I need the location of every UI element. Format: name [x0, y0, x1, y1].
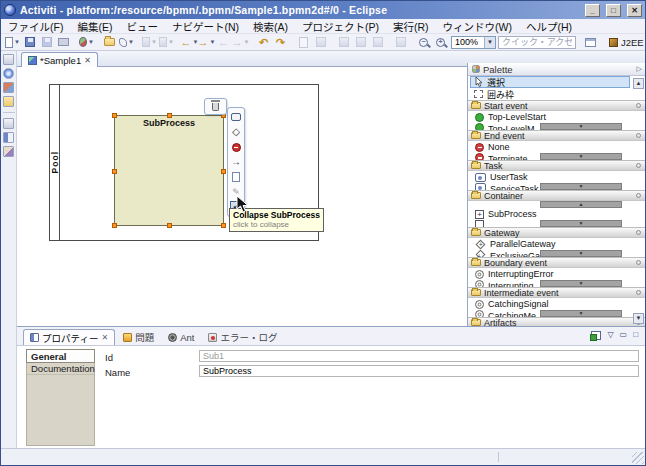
resize-handle[interactable]	[221, 223, 226, 228]
copy-icon[interactable]	[296, 35, 311, 50]
palette-scroll-up-icon[interactable]: ▲	[633, 78, 644, 89]
paste-icon[interactable]	[313, 35, 328, 50]
palette-tool-marquee[interactable]: 囲み枠	[470, 88, 630, 100]
print-icon[interactable]	[56, 35, 71, 50]
palette-item-interruptingerror[interactable]: InterruptingError	[468, 268, 646, 280]
palette-item-toplevelstart[interactable]: Top-LevelStart	[468, 111, 646, 123]
drawer-scroll-down-icon[interactable]: ▼	[540, 280, 622, 287]
menu-file[interactable]: ファイル(F)	[1, 19, 70, 33]
zoom-dropdown-icon[interactable]: ▼	[484, 37, 495, 48]
diagram-canvas[interactable]: Pool SubProcess ◇ → ✎ ↙	[17, 67, 467, 326]
palette-item-partial[interactable]: ▼	[468, 220, 646, 227]
align-vertical-icon[interactable]	[353, 35, 368, 50]
minimize-button[interactable]: _	[585, 4, 600, 17]
drawer-pin-icon[interactable]	[636, 290, 641, 295]
drawer-scroll-down-icon[interactable]: ▼	[540, 183, 622, 190]
drawer-pin-icon[interactable]	[636, 103, 641, 108]
create-annotation-icon[interactable]	[230, 171, 243, 183]
previous-annotation-icon[interactable]: ←	[216, 35, 231, 50]
palette-item-partial[interactable]: Interrupting ▼	[468, 280, 646, 287]
resize-handle[interactable]	[221, 169, 226, 174]
zoom-out-icon[interactable]: −	[416, 35, 431, 50]
menu-window[interactable]: ウィンドウ(W)	[436, 19, 519, 33]
view-minimize-icon[interactable]: ▭	[620, 330, 628, 340]
project-folder-view-icon[interactable]	[3, 96, 14, 107]
palette-item-partial[interactable]: CatchingMe ▼	[468, 310, 646, 317]
palette-collapse-arrow-icon[interactable]: ▷	[637, 65, 642, 73]
palette-item-partial[interactable]: ServiceTask ▼	[468, 183, 646, 190]
drawer-boundary-event[interactable]: Boundary event	[468, 257, 646, 268]
menu-edit[interactable]: 編集(E)	[70, 19, 119, 33]
drawer-artifacts[interactable]: Artifacts	[468, 317, 646, 326]
new-diagram-icon[interactable]: ▼	[142, 35, 157, 50]
palette-header[interactable]: Palette ▷	[468, 63, 646, 76]
resize-handle[interactable]	[112, 169, 117, 174]
new-view-icon[interactable]	[591, 331, 601, 340]
undo-icon[interactable]: ↶	[256, 35, 271, 50]
drawer-pin-icon[interactable]	[636, 260, 641, 265]
palette-item-partial[interactable]: ExclusiveGa ▼	[468, 250, 646, 257]
tab-problems[interactable]: 問題	[117, 329, 160, 345]
back-icon[interactable]: ←▼	[182, 35, 197, 50]
view-maximize-icon[interactable]: □	[633, 330, 638, 340]
menu-view[interactable]: ビュー	[119, 19, 165, 33]
restore-view-icon-2[interactable]	[3, 118, 14, 129]
subprocess-shape[interactable]: SubProcess	[114, 115, 224, 226]
drawer-pin-icon[interactable]	[636, 230, 641, 235]
tab-error-log[interactable]: エラー・ログ	[202, 329, 283, 345]
open-element-icon[interactable]: ▼	[159, 35, 174, 50]
palette-item-usertask[interactable]: UserTask	[468, 171, 646, 183]
outline-view-icon[interactable]	[3, 132, 14, 143]
drawer-intermediate-event[interactable]: Intermediate event	[468, 287, 646, 298]
create-end-event-icon[interactable]	[230, 141, 243, 153]
drawer-scroll-down-icon[interactable]: ▼	[540, 310, 622, 317]
field-name-input[interactable]	[199, 365, 639, 377]
forward-icon[interactable]: →▼	[199, 35, 214, 50]
editor-tab-sample1[interactable]: *Sample1 ✕	[21, 52, 98, 67]
layout-icon[interactable]	[393, 35, 408, 50]
drawer-container[interactable]: Container	[468, 190, 646, 201]
section-documentation[interactable]: Documentation	[27, 362, 94, 375]
zoom-in-icon[interactable]: +	[433, 35, 448, 50]
close-button[interactable]: ✕	[627, 4, 642, 17]
view-close-icon[interactable]: ✕	[101, 333, 108, 342]
palette-item-parallelgateway[interactable]: ParallelGateway	[468, 238, 646, 250]
maximize-button[interactable]: □	[606, 4, 621, 17]
drawer-task[interactable]: Task	[468, 160, 646, 171]
create-connection-icon[interactable]: →	[230, 156, 243, 168]
drawer-scroll-down-icon[interactable]: ▼	[540, 220, 622, 227]
palette-scroll-down-icon[interactable]: ▼	[633, 313, 644, 324]
resize-grip[interactable]	[632, 452, 644, 464]
delete-button[interactable]	[204, 98, 227, 115]
palette-item-partial[interactable]: Terminate ▼	[468, 153, 646, 160]
redo-icon[interactable]: ↷	[273, 35, 288, 50]
drawer-pin-icon[interactable]	[636, 133, 641, 138]
resize-handle[interactable]	[112, 113, 117, 118]
drawer-scroll-up-icon[interactable]: ▲	[540, 201, 622, 208]
open-perspective-icon[interactable]	[583, 35, 598, 50]
run-icon[interactable]: ▼	[79, 35, 94, 50]
build-wrench-icon[interactable]: ▼	[119, 35, 134, 50]
palette-item-subprocess[interactable]: + SubProcess	[468, 208, 646, 220]
palette-tool-select[interactable]: 選択	[470, 76, 630, 88]
resize-handle[interactable]	[167, 113, 172, 118]
quick-access-input[interactable]	[498, 36, 576, 49]
create-task-icon[interactable]	[230, 111, 243, 123]
new-wizard-icon[interactable]: ▼	[5, 35, 20, 50]
tab-properties[interactable]: プロパティー ✕	[23, 329, 115, 345]
drawer-start-event[interactable]: Start event	[468, 100, 646, 111]
drawer-pin-icon[interactable]	[636, 193, 641, 198]
restore-view-icon[interactable]	[3, 54, 14, 65]
activiti-diagram-view-icon[interactable]	[3, 68, 14, 79]
view-menu-icon[interactable]: ▽	[607, 330, 613, 340]
tab-close-icon[interactable]: ✕	[84, 56, 91, 65]
save-all-icon[interactable]	[39, 35, 54, 50]
pool-label-band[interactable]: Pool	[50, 85, 60, 240]
open-folder-icon[interactable]	[102, 35, 117, 50]
palette-item-catchingsignal[interactable]: CatchingSignal	[468, 298, 646, 310]
zoom-level-select[interactable]: 100% ▼	[451, 36, 496, 49]
menu-project[interactable]: プロジェクト(P)	[295, 19, 386, 33]
palette-item-none[interactable]: None	[468, 141, 646, 153]
drawer-scroll-down-icon[interactable]: ▼	[540, 250, 622, 257]
resize-handle[interactable]	[112, 223, 117, 228]
